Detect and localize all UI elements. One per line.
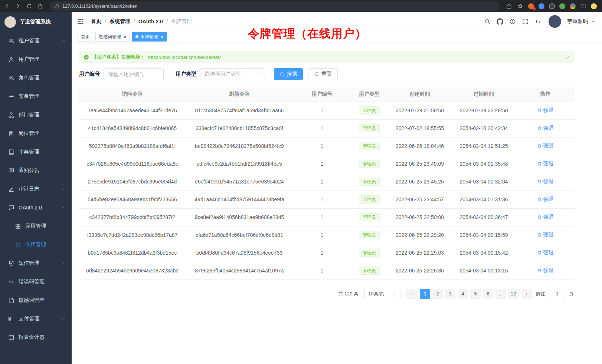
sidebar-item-audit-log[interactable]: 审计日志 xyxy=(0,180,72,198)
force-logout-button[interactable]: 强退 xyxy=(537,178,554,185)
github-icon[interactable] xyxy=(497,18,503,25)
force-logout-button[interactable]: 强退 xyxy=(537,143,554,149)
table-row: 1ea5e44f8bc1467aaede43144f31de76811c5304… xyxy=(79,102,575,119)
info-icon[interactable] xyxy=(54,4,59,9)
force-logout-button[interactable]: 强退 xyxy=(537,125,554,132)
search-button[interactable]: 搜索 xyxy=(274,68,303,80)
page-button-1[interactable]: 1 xyxy=(420,289,430,299)
sidebar-item-label: 支付管理 xyxy=(19,315,39,322)
reset-button[interactable]: 重置 xyxy=(308,68,338,80)
reload-icon[interactable] xyxy=(26,3,32,9)
sidebar-item-label: 岗位管理 xyxy=(19,130,39,137)
cell-user-id: 1 xyxy=(293,102,351,119)
tab-item[interactable]: 敏感词管理× xyxy=(95,32,130,42)
breadcrumb-item[interactable]: OAuth 2.0 xyxy=(138,19,163,24)
sidebar-item-dept[interactable]: 部门管理 xyxy=(0,106,72,124)
cell-access-token: 1ea5e44f8bc1467aaede43144f31de76 xyxy=(79,102,186,119)
user-name[interactable]: 芋道源码 xyxy=(567,18,588,25)
user-avatar[interactable] xyxy=(549,15,561,28)
page-ellipsis-button[interactable]: ... xyxy=(495,289,506,299)
table-row: 502375b8040a469a9b82188afdf6af1fbe90422b… xyxy=(79,137,575,155)
share-icon[interactable] xyxy=(506,3,512,9)
search-icon[interactable] xyxy=(484,18,491,25)
force-logout-label: 强退 xyxy=(543,107,554,114)
page-button-2[interactable]: 2 xyxy=(432,289,443,299)
tab-item[interactable]: 令牌管理× xyxy=(132,32,167,42)
sidebar-item-oauth2-app[interactable]: 应用管理 xyxy=(0,217,72,235)
chevron-right-icon xyxy=(524,292,529,296)
sidebar-item-user[interactable]: 用户管理 xyxy=(0,50,72,69)
user-type-badge: 管理员 xyxy=(359,124,380,132)
page-size-select[interactable]: 10条/页 xyxy=(364,289,400,299)
sidebar-item-notice[interactable]: 通知公告 xyxy=(0,161,72,180)
bookmark-star-icon[interactable] xyxy=(517,3,523,9)
force-logout-button[interactable]: 强退 xyxy=(537,107,554,114)
sidebar-item-sms[interactable]: 短信管理 xyxy=(0,254,72,272)
sidebar-item-pay[interactable]: ¥支付管理 xyxy=(0,310,72,328)
sidebar-item-oauth2-token[interactable]: 令牌管理 xyxy=(0,235,72,254)
sidebar-item-sensitive-word[interactable]: 敏感词管理 xyxy=(0,291,72,310)
extension-icon-4[interactable] xyxy=(559,3,565,9)
extension-icon-3[interactable] xyxy=(549,3,555,9)
page-button-6[interactable]: 6 xyxy=(483,289,493,299)
breadcrumb-item[interactable]: 系统管理 xyxy=(109,18,130,25)
col-actions: 操作 xyxy=(516,87,575,102)
font-size-icon[interactable]: TT xyxy=(534,18,541,25)
forward-icon[interactable] xyxy=(15,3,21,9)
extension-icon-1[interactable] xyxy=(528,3,534,9)
user-id-input[interactable] xyxy=(104,68,164,80)
user-type-select[interactable]: 请选择用户类型 xyxy=(200,68,265,80)
force-logout-button[interactable]: 强退 xyxy=(537,196,554,203)
cell-access-token: f9336e7c7dd242a283ee98dc86b17a87 xyxy=(79,226,186,244)
sidebar-item-label: 租户管理 xyxy=(19,37,39,44)
sidebar-item-report-designer[interactable]: 报表设计器 xyxy=(0,328,72,347)
notice-icon xyxy=(8,168,14,174)
close-icon[interactable]: × xyxy=(161,34,164,39)
next-page-button[interactable] xyxy=(521,289,532,299)
app-logo[interactable]: 芋道管理系统 xyxy=(0,12,72,32)
breadcrumb-item[interactable]: 首页 xyxy=(91,18,101,25)
back-icon[interactable] xyxy=(4,3,10,9)
alert-link[interactable]: https://doc.iocoder.cn/user-center/ xyxy=(148,54,221,60)
caret-down-icon xyxy=(591,19,595,24)
close-icon[interactable]: × xyxy=(124,34,127,39)
force-logout-button[interactable]: 强退 xyxy=(537,232,554,238)
force-logout-label: 强退 xyxy=(543,267,554,274)
table-row: 54d6be82ee5a460a9aedc1f9bf22365649d1aa46… xyxy=(79,191,575,208)
sidebar-item-label: 用户管理 xyxy=(19,56,39,63)
cell-user-id: 1 xyxy=(293,155,351,173)
collapse-menu-icon[interactable] xyxy=(77,18,84,25)
goto-page-input[interactable] xyxy=(549,289,565,299)
tab-item[interactable]: 首页 xyxy=(78,32,93,42)
page-button-5[interactable]: 5 xyxy=(470,289,481,299)
sidebar-item-post[interactable]: 岗位管理 xyxy=(0,124,72,143)
force-logout-button[interactable]: 强退 xyxy=(537,214,554,221)
sidebar-item-menu[interactable]: 菜单管理 xyxy=(0,87,72,106)
help-icon[interactable]: ? xyxy=(509,18,516,25)
page-button-4[interactable]: 4 xyxy=(458,289,468,299)
logo-avatar-image xyxy=(4,16,16,28)
chevron-down-icon xyxy=(61,187,66,191)
home-icon[interactable] xyxy=(37,3,43,9)
force-logout-button[interactable]: 强退 xyxy=(537,161,554,167)
force-logout-button[interactable]: 强退 xyxy=(537,249,554,256)
table-row: c347026e805e4d99b0d116eae66eda8ccdfc4ce9… xyxy=(79,155,575,173)
fullscreen-icon[interactable] xyxy=(522,18,529,25)
page-button-3[interactable]: 3 xyxy=(445,289,455,299)
prev-page-button[interactable] xyxy=(406,289,417,299)
sidebar-item-dict[interactable]: 字典管理 xyxy=(0,143,72,161)
alert-close-icon[interactable] xyxy=(565,55,570,60)
page-button-12[interactable]: 12 xyxy=(508,289,518,299)
extension-icon-5[interactable] xyxy=(570,3,576,9)
cell-expire-time: 2054-03-04 00:15:59 xyxy=(452,226,516,244)
sidebar-item-role[interactable]: 角色管理 xyxy=(0,69,72,87)
sidebar-item-error-code[interactable]: 错误码管理 xyxy=(0,272,72,291)
sidebar-item-oauth2[interactable]: OAuth 2.0 xyxy=(0,198,72,217)
force-logout-button[interactable]: 强退 xyxy=(537,267,554,274)
sidebar-item-tenant[interactable]: 租户管理 xyxy=(0,32,72,50)
topbar-actions: ? TT 芋道源码 xyxy=(484,15,595,28)
browser-profile-avatar[interactable] xyxy=(591,3,597,9)
address-bar[interactable]: 127.0.0.1:1024/system/oauth2/token xyxy=(50,1,500,11)
extension-icon-2[interactable] xyxy=(539,3,544,9)
side-panel-icon[interactable] xyxy=(580,3,586,9)
